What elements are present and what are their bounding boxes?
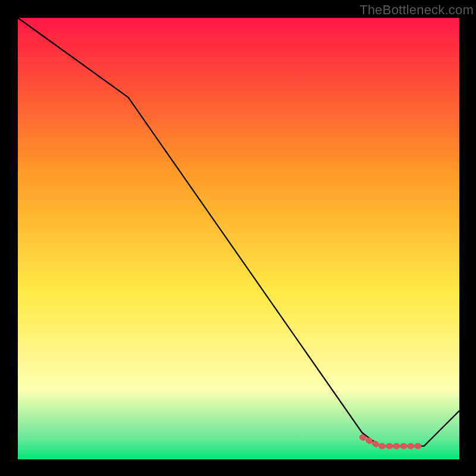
marker-band xyxy=(362,437,424,446)
marker-dots xyxy=(362,437,424,446)
watermark-text: TheBottleneck.com xyxy=(359,2,474,18)
chart-plot xyxy=(18,18,459,459)
data-line xyxy=(18,18,459,446)
chart-stage: TheBottleneck.com xyxy=(0,0,476,476)
